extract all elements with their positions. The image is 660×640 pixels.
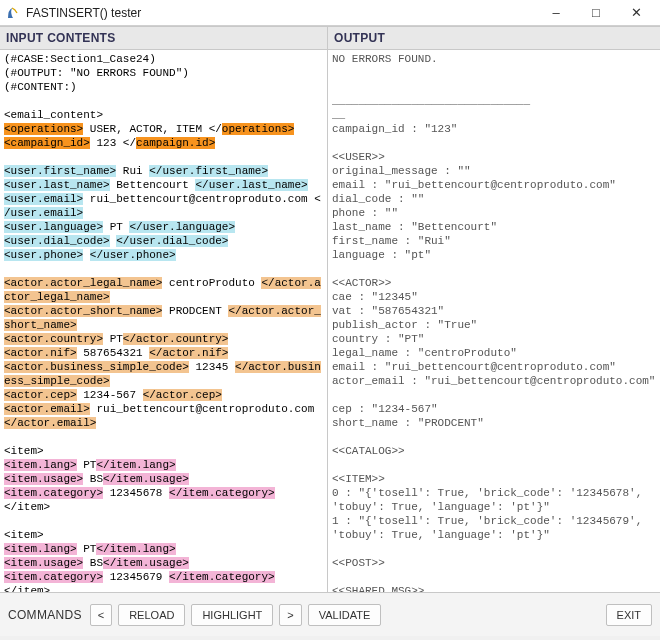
app-icon xyxy=(6,6,20,20)
validate-button[interactable]: VALIDATE xyxy=(308,604,382,626)
highlight-button[interactable]: HIGHLIGHT xyxy=(191,604,273,626)
main-panels: INPUT CONTENTS (#CASE:Section1_Case24) (… xyxy=(0,26,660,592)
output-header: OUTPUT xyxy=(328,27,660,50)
output-panel: OUTPUT NO ERRORS FOUND. ________________… xyxy=(328,26,660,592)
input-panel: INPUT CONTENTS (#CASE:Section1_Case24) (… xyxy=(0,26,328,592)
titlebar: FASTINSERT() tester – □ ✕ xyxy=(0,0,660,26)
input-body[interactable]: (#CASE:Section1_Case24) (#OUTPUT: "NO ER… xyxy=(0,50,327,592)
toolbar: COMMANDS < RELOAD HIGHLIGHT > VALIDATE E… xyxy=(0,592,660,636)
exit-button[interactable]: EXIT xyxy=(606,604,652,626)
maximize-button[interactable]: □ xyxy=(576,1,616,25)
reload-button[interactable]: RELOAD xyxy=(118,604,185,626)
close-button[interactable]: ✕ xyxy=(616,1,656,25)
output-body[interactable]: NO ERRORS FOUND. _______________________… xyxy=(328,50,660,592)
input-header: INPUT CONTENTS xyxy=(0,27,327,50)
commands-label: COMMANDS xyxy=(8,608,82,622)
next-button[interactable]: > xyxy=(279,604,301,626)
minimize-button[interactable]: – xyxy=(536,1,576,25)
prev-button[interactable]: < xyxy=(90,604,112,626)
window-title: FASTINSERT() tester xyxy=(26,6,536,20)
window-controls: – □ ✕ xyxy=(536,1,656,25)
